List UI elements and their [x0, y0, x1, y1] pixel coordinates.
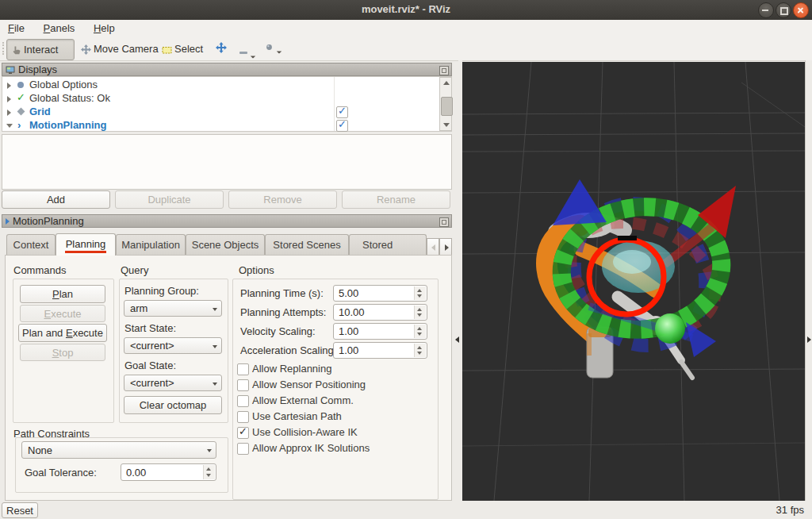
start-state-label: Start State:	[124, 322, 176, 334]
spin-up-icon	[417, 289, 422, 292]
tab-manipulation[interactable]: Manipulation	[116, 234, 186, 256]
interact-tool-button[interactable]: Interact	[6, 39, 75, 60]
allow-replanning-label: Allow Replanning	[252, 363, 331, 375]
tree-row-motionplanning[interactable]: › MotionPlanning	[2, 118, 334, 132]
reset-button[interactable]: Reset	[2, 502, 38, 518]
path-constraints-select[interactable]: None	[21, 441, 216, 459]
allow-replanning-checkbox[interactable]	[237, 363, 249, 375]
tab-scroll-left-button[interactable]	[427, 238, 439, 256]
velocity-scaling-label: Velocity Scaling:	[240, 325, 316, 337]
spin-buttons[interactable]	[203, 465, 215, 479]
spin-buttons[interactable]	[414, 325, 426, 338]
plan-and-execute-button[interactable]: Plan and Execute	[18, 324, 107, 342]
allow-approx-ik-checkbox[interactable]	[237, 443, 249, 455]
collapsed-right-panel[interactable]	[805, 60, 812, 501]
goal-tolerance-spinbox[interactable]: 0.00	[121, 463, 216, 481]
tree-row-grid[interactable]: Grid	[2, 105, 334, 118]
scrollbar-thumb[interactable]	[441, 97, 453, 116]
focus-camera-icon	[216, 42, 227, 53]
tree-scrollbar[interactable]	[439, 77, 452, 131]
chevron-down-icon	[277, 51, 282, 53]
expand-right-icon[interactable]	[807, 336, 811, 343]
options-group-label: Options	[239, 264, 274, 276]
menu-help[interactable]: Help	[86, 20, 123, 37]
acceleration-scaling-spinbox[interactable]: 1.00	[333, 342, 427, 359]
remove-display-button[interactable]: Remove	[228, 190, 337, 209]
spin-buttons[interactable]	[414, 306, 426, 319]
goal-tolerance-label: Goal Tolerance:	[25, 467, 97, 479]
tab-context[interactable]: Context	[6, 234, 56, 256]
tab-planning[interactable]: Planning	[56, 233, 116, 256]
duplicate-display-button[interactable]: Duplicate	[115, 190, 224, 209]
spin-buttons[interactable]	[414, 344, 426, 357]
expand-arrow-icon[interactable]	[7, 110, 11, 116]
planning-time-spinbox[interactable]: 5.00	[333, 285, 427, 302]
planning-attempts-spinbox[interactable]: 10.00	[333, 304, 427, 321]
velocity-scaling-spinbox[interactable]: 1.00	[333, 323, 427, 340]
focus-camera-tool-button[interactable]	[216, 42, 227, 56]
motionplanning-panel-icon	[6, 218, 10, 225]
minimize-button[interactable]	[758, 2, 774, 18]
spin-buttons[interactable]	[414, 286, 426, 300]
menu-file[interactable]: File	[0, 20, 33, 37]
use-cartesian-path-checkbox[interactable]	[237, 411, 249, 423]
collapse-arrow-icon[interactable]	[6, 124, 13, 128]
plan-button[interactable]: Plan	[20, 285, 105, 303]
tree-row-global-options[interactable]: Global Options	[2, 78, 334, 91]
move-camera-tool-button[interactable]: Move Camera	[76, 39, 155, 59]
rename-display-button[interactable]: Rename	[342, 190, 450, 209]
execute-button[interactable]: Execute	[20, 305, 105, 322]
allow-external-comm-checkbox[interactable]	[237, 395, 249, 407]
float-panel-button[interactable]	[439, 217, 449, 227]
stop-button[interactable]: Stop	[20, 344, 105, 361]
motionplanning-enabled-checkbox[interactable]	[336, 120, 348, 132]
displays-panel-header[interactable]: Displays	[2, 63, 452, 76]
clear-octomap-button[interactable]: Clear octomap	[124, 396, 222, 414]
float-panel-button[interactable]	[439, 66, 449, 75]
rviz-window: moveit.rviz* - RViz File Panels Help Int…	[0, 0, 812, 519]
allow-external-comm-label: Allow External Comm.	[252, 394, 354, 406]
display-property-area	[2, 134, 452, 190]
expand-arrow-icon[interactable]	[7, 83, 11, 89]
select-tool-button[interactable]: Select	[157, 39, 208, 59]
scroll-down-icon[interactable]	[443, 123, 450, 127]
goal-state-label: Goal State:	[124, 359, 176, 371]
publish-point-icon	[265, 43, 274, 52]
chevron-down-icon	[207, 449, 212, 452]
tree-row-global-status[interactable]: ✓ Global Status: Ok	[2, 91, 334, 105]
grid-enabled-checkbox[interactable]	[336, 106, 348, 118]
planning-group-select[interactable]: arm	[124, 300, 222, 317]
motionplanning-display-icon: ›	[17, 118, 21, 132]
black-marker-dash	[618, 236, 637, 240]
tab-stored-states[interactable]: Stored	[349, 234, 427, 256]
publish-point-tool-button[interactable]	[265, 42, 280, 54]
menu-panels[interactable]: Panels	[36, 20, 83, 37]
tab-scroll-right-button[interactable]	[439, 238, 452, 256]
goal-state-select[interactable]: <current>	[124, 375, 222, 391]
window-title: moveit.rviz* - RViz	[0, 0, 812, 19]
green-goal-sphere[interactable]	[655, 313, 685, 344]
tab-scene-objects[interactable]: Scene Objects	[186, 234, 265, 256]
collapse-left-icon[interactable]	[455, 336, 459, 343]
use-collision-aware-ik-checkbox[interactable]	[237, 427, 249, 439]
allow-sensor-positioning-checkbox[interactable]	[237, 379, 249, 391]
select-region-icon	[162, 41, 172, 61]
titlebar: moveit.rviz* - RViz	[0, 0, 812, 21]
displays-tree: Global Options ✓ Global Status: Ok Grid …	[2, 76, 452, 132]
fps-counter: 31 fps	[776, 504, 804, 516]
add-display-button[interactable]: Add	[2, 190, 110, 209]
start-state-select[interactable]: <current>	[124, 337, 222, 354]
menubar: File Panels Help	[0, 20, 812, 37]
3d-viewport[interactable]	[462, 62, 805, 501]
scroll-up-icon[interactable]	[443, 81, 450, 85]
expand-arrow-icon[interactable]	[7, 96, 11, 102]
status-ok-check-icon: ✓	[17, 90, 25, 104]
acceleration-scaling-label: Acceleration Scaling:	[240, 344, 336, 356]
measure-tool-button[interactable]	[239, 44, 254, 56]
tab-stored-scenes[interactable]: Stored Scenes	[265, 234, 349, 256]
maximize-button[interactable]	[776, 2, 791, 18]
close-button[interactable]	[793, 2, 809, 18]
chevron-down-icon	[213, 345, 217, 348]
motionplanning-panel-header[interactable]: MotionPlanning	[2, 214, 452, 228]
use-collision-aware-ik-label: Use Collision-Aware IK	[252, 426, 358, 438]
